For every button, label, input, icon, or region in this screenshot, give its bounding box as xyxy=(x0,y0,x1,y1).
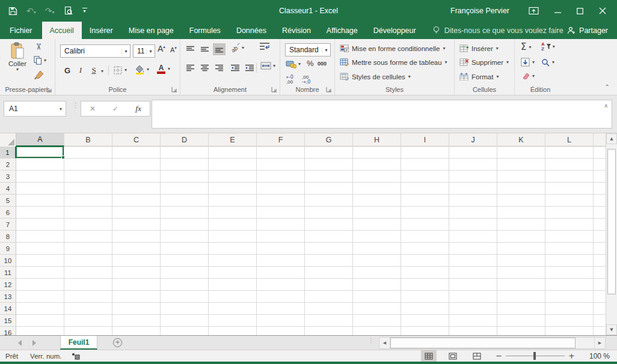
cell-partial[interactable] xyxy=(594,183,606,195)
cell-h1[interactable] xyxy=(353,147,401,159)
cell-a3[interactable] xyxy=(16,171,64,183)
decrease-font-size-button[interactable]: A▾ xyxy=(170,46,177,53)
cell-a13[interactable] xyxy=(16,291,64,303)
cell-c3[interactable] xyxy=(112,171,161,183)
font-name-combo[interactable]: Calibri ▾ xyxy=(60,44,130,58)
tab-revision[interactable]: Révision xyxy=(274,22,319,39)
cell-b6[interactable] xyxy=(64,207,112,219)
decrease-decimal-button[interactable]: ,00→,0 xyxy=(302,75,310,85)
vertical-scrollbar[interactable]: ▲ ▼ xyxy=(606,133,617,335)
find-select-button[interactable]: ▾ xyxy=(541,58,554,67)
underline-dropdown-icon[interactable]: ▾ xyxy=(101,69,103,74)
cell-i12[interactable] xyxy=(401,279,449,291)
cell-l13[interactable] xyxy=(545,291,594,303)
cell-k2[interactable] xyxy=(497,159,545,171)
cell-partial[interactable] xyxy=(594,255,606,267)
row-header-2[interactable]: 2 xyxy=(0,159,16,171)
cell-c15[interactable] xyxy=(112,315,161,327)
cell-i15[interactable] xyxy=(401,315,449,327)
cell-f6[interactable] xyxy=(257,207,305,219)
cell-j7[interactable] xyxy=(449,219,497,231)
borders-button[interactable]: ▾ xyxy=(114,66,127,74)
column-header-k[interactable]: K xyxy=(497,133,545,147)
cell-j6[interactable] xyxy=(449,207,497,219)
cell-i2[interactable] xyxy=(401,159,449,171)
cell-g8[interactable] xyxy=(305,231,353,243)
cell-partial[interactable] xyxy=(594,291,606,303)
cell-a9[interactable] xyxy=(16,243,64,255)
customize-quick-access-icon[interactable]: ▾ xyxy=(82,8,87,14)
minimize-button[interactable] xyxy=(554,8,561,14)
cell-e12[interactable] xyxy=(209,279,257,291)
cell-l6[interactable] xyxy=(545,207,594,219)
cell-c1[interactable] xyxy=(112,147,161,159)
zoom-in-icon[interactable]: + xyxy=(568,351,575,360)
cell-g4[interactable] xyxy=(305,183,353,195)
cell-h14[interactable] xyxy=(353,303,401,315)
cell-g12[interactable] xyxy=(305,279,353,291)
cell-i3[interactable] xyxy=(401,171,449,183)
cell-l8[interactable] xyxy=(545,231,594,243)
wrap-text-button[interactable] xyxy=(259,42,270,51)
cell-i14[interactable] xyxy=(401,303,449,315)
font-size-combo[interactable]: 11 ▾ xyxy=(133,44,155,58)
column-header-g[interactable]: G xyxy=(305,133,353,147)
cell-partial[interactable] xyxy=(594,159,606,171)
cell-b4[interactable] xyxy=(64,183,112,195)
cell-f9[interactable] xyxy=(257,243,305,255)
italic-button[interactable]: I xyxy=(75,64,87,76)
cell-h15[interactable] xyxy=(353,315,401,327)
scroll-left-icon[interactable]: ◀ xyxy=(379,338,390,348)
maximize-button[interactable] xyxy=(577,8,583,14)
clear-button[interactable]: ▾ xyxy=(521,73,535,79)
cell-f10[interactable] xyxy=(257,255,305,267)
cell-k10[interactable] xyxy=(497,255,545,267)
cell-g9[interactable] xyxy=(305,243,353,255)
autosum-button[interactable]: Σ ▾ xyxy=(521,43,532,52)
bold-button[interactable]: G xyxy=(61,64,73,76)
tab-formules[interactable]: Formules xyxy=(182,22,229,39)
cell-c16[interactable] xyxy=(112,327,161,335)
zoom-out-icon[interactable]: − xyxy=(496,351,502,360)
cell-styles-button[interactable]: Styles de cellules ▾ xyxy=(340,70,411,83)
cell-d15[interactable] xyxy=(161,315,209,327)
cell-d9[interactable] xyxy=(161,243,209,255)
cell-partial[interactable] xyxy=(594,231,606,243)
column-header-e[interactable]: E xyxy=(209,133,257,147)
cell-partial[interactable] xyxy=(594,315,606,327)
cell-i9[interactable] xyxy=(401,243,449,255)
cell-d2[interactable] xyxy=(161,159,209,171)
cell-k6[interactable] xyxy=(497,207,545,219)
cell-f1[interactable] xyxy=(257,147,305,159)
scroll-down-icon[interactable]: ▼ xyxy=(606,324,617,335)
orientation-button[interactable]: ab ▾ xyxy=(230,43,244,52)
next-sheet-icon[interactable] xyxy=(32,340,36,346)
cell-e5[interactable] xyxy=(209,195,257,207)
cell-j9[interactable] xyxy=(449,243,497,255)
cell-l16[interactable] xyxy=(545,327,594,335)
column-header-c[interactable]: C xyxy=(112,133,161,147)
cell-i7[interactable] xyxy=(401,219,449,231)
cell-e7[interactable] xyxy=(209,219,257,231)
cell-f5[interactable] xyxy=(257,195,305,207)
cell-c12[interactable] xyxy=(112,279,161,291)
enter-icon[interactable]: ✓ xyxy=(112,105,118,113)
cell-a12[interactable] xyxy=(16,279,64,291)
row-header-16[interactable]: 16 xyxy=(0,327,16,335)
cell-g2[interactable] xyxy=(305,159,353,171)
cell-a11[interactable] xyxy=(16,267,64,279)
cell-f12[interactable] xyxy=(257,279,305,291)
cell-h2[interactable] xyxy=(353,159,401,171)
zoom-level[interactable]: 100 % xyxy=(579,352,610,360)
normal-view-button[interactable] xyxy=(421,350,437,362)
cell-f14[interactable] xyxy=(257,303,305,315)
format-painter-icon[interactable] xyxy=(34,70,44,80)
cell-e16[interactable] xyxy=(209,327,257,335)
cell-i13[interactable] xyxy=(401,291,449,303)
cell-l1[interactable] xyxy=(545,147,594,159)
sheet-tab-feuil1[interactable]: Feuil1 xyxy=(60,336,97,350)
cell-c2[interactable] xyxy=(112,159,161,171)
cell-d11[interactable] xyxy=(161,267,209,279)
cell-partial[interactable] xyxy=(594,171,606,183)
cell-g15[interactable] xyxy=(305,315,353,327)
